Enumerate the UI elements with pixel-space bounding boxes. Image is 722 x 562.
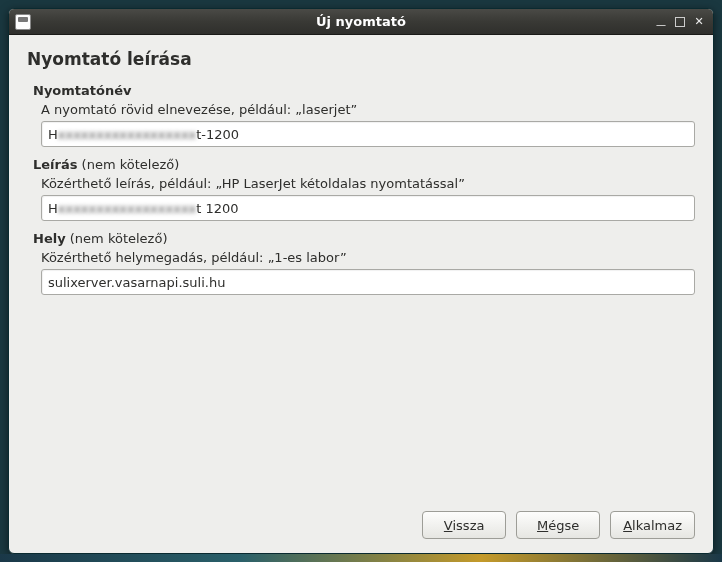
section-location: Hely (nem kötelező) Közérthető helymegad…: [27, 231, 695, 295]
apply-mnemonic: A: [623, 518, 632, 533]
printer-name-value-blurred: xxxxxxxxxxxxxxxxxx: [58, 127, 196, 142]
desktop-background-strip: [0, 554, 722, 562]
description-value-prefix: H: [48, 201, 58, 216]
window-title: Új nyomtató: [9, 14, 713, 29]
printer-name-label: Nyomtatónév: [33, 83, 695, 98]
button-bar: Vissza Mégse Alkalmaz: [27, 505, 695, 541]
titlebar: Új nyomtató: [9, 9, 713, 35]
section-description: Leírás (nem kötelező) Közérthető leírás,…: [27, 157, 695, 221]
location-label: Hely (nem kötelező): [33, 231, 695, 246]
printer-name-value-prefix: H: [48, 127, 58, 142]
cancel-button[interactable]: Mégse: [516, 511, 600, 539]
dialog-window: Új nyomtató Nyomtató leírása Nyomtatónév…: [8, 8, 714, 554]
dialog-content: Nyomtató leírása Nyomtatónév A nyomtató …: [9, 35, 713, 553]
location-label-text: Hely: [33, 231, 66, 246]
location-optional: (nem kötelező): [66, 231, 168, 246]
apply-rest: lkalmaz: [632, 518, 682, 533]
page-title: Nyomtató leírása: [27, 49, 695, 69]
description-value-suffix: t 1200: [196, 201, 238, 216]
description-label: Leírás (nem kötelező): [33, 157, 695, 172]
location-hint: Közérthető helymegadás, például: „1-es l…: [41, 250, 695, 265]
section-printer-name: Nyomtatónév A nyomtató rövid elnevezése,…: [27, 83, 695, 147]
description-value-blurred: xxxxxxxxxxxxxxxxxx: [58, 201, 196, 216]
cancel-mnemonic: M: [537, 518, 548, 533]
minimize-button[interactable]: [653, 14, 669, 30]
maximize-button[interactable]: [675, 17, 685, 27]
apply-button[interactable]: Alkalmaz: [610, 511, 695, 539]
cancel-rest: égse: [548, 518, 579, 533]
description-input[interactable]: H xxxxxxxxxxxxxxxxxx t 1200: [41, 195, 695, 221]
description-label-text: Leírás: [33, 157, 77, 172]
printer-name-hint: A nyomtató rövid elnevezése, például: „l…: [41, 102, 695, 117]
location-input[interactable]: [41, 269, 695, 295]
printer-icon: [15, 14, 31, 30]
printer-name-value-suffix: t-1200: [196, 127, 239, 142]
window-controls: [653, 14, 707, 30]
close-button[interactable]: [691, 14, 707, 30]
back-rest: issza: [452, 518, 484, 533]
description-hint: Közérthető leírás, például: „HP LaserJet…: [41, 176, 695, 191]
printer-name-input[interactable]: H xxxxxxxxxxxxxxxxxx t-1200: [41, 121, 695, 147]
description-optional: (nem kötelező): [77, 157, 179, 172]
back-button[interactable]: Vissza: [422, 511, 506, 539]
